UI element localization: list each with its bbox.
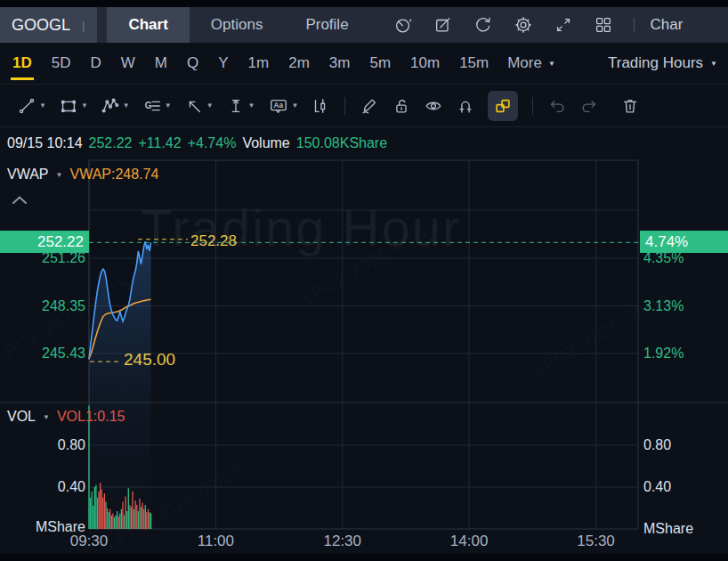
delete-button[interactable] [614,96,646,116]
timeframe-10m[interactable]: 10m [400,43,449,85]
nav-iconbar [393,15,613,35]
tool-gann[interactable]: G ▼ [136,96,178,116]
svg-text:Aa: Aa [273,102,283,110]
symbol-selector[interactable]: GOOGL | [0,7,97,43]
timeframe-5m[interactable]: 5m [360,43,400,85]
tab-options-label: Options [211,16,263,34]
timeframe-3m[interactable]: 3m [320,43,360,85]
volume-label: Volume [242,135,289,151]
volume-unit-label: MShare [643,520,693,538]
timeframe-5d[interactable]: 5D [42,43,81,85]
more-timeframes-button[interactable]: More ▼ [498,54,564,72]
chevron-down-icon[interactable]: ▼ [43,413,50,421]
trading-hours-label: Trading Hours [608,54,703,72]
timeframe-d[interactable]: D [80,43,110,85]
drawing-toolbar: ▼ ▼ ▼ G ▼ ▼ ▼ Aa ▼ [0,85,728,127]
indicator-name[interactable]: VWAP [7,167,49,183]
fullscreen-icon[interactable] [554,15,573,35]
timeframe-list: 1D5DDWMQY1m2m3m5m10m15m [3,43,498,84]
volume-axis-label: 0.80 [643,436,671,454]
quote-price: 252.22 [89,135,133,151]
time-axis-label: 15:30 [568,533,625,550]
chart-labels-layer: VWAP ▼ VWAP:248.74 252.22 4.74% 252.28 2… [0,159,728,554]
tool-link-charts[interactable] [488,91,518,121]
tool-measure[interactable]: ▼ [220,96,262,116]
chevron-down-icon: ▼ [710,60,717,68]
tool-arrow[interactable]: ▼ [178,96,220,116]
nav-divider [634,18,635,32]
timeframe-15m[interactable]: 15m [449,43,498,85]
chevron-down-icon: ▼ [81,102,88,110]
chevron-down-icon: ▼ [292,102,299,110]
refresh-icon[interactable] [473,15,493,35]
vwap-reading: VWAP:248.74 [69,167,158,183]
toolbar-divider [532,97,533,115]
time-axis-label: 09:30 [61,533,117,550]
edit-icon[interactable] [433,15,453,35]
quote-bar: 09/15 10:14 252.22 +11.42 +4.74% Volume … [0,127,728,159]
svg-text:G: G [145,101,152,110]
timeframe-1m[interactable]: 1m [239,43,279,85]
layout-grid-icon[interactable] [594,15,613,35]
timeframe-2m[interactable]: 2m [279,43,320,85]
tab-chart-label: Chart [128,16,167,34]
settings-icon[interactable] [514,15,533,35]
tool-patterns[interactable] [304,96,336,116]
symbol-label: GOOGL [12,16,70,35]
volume-axis-label: 0.40 [0,478,85,496]
chevron-down-icon: ▼ [123,102,130,110]
tab-chart[interactable]: Chart [107,7,189,43]
quote-datetime: 09/15 10:14 [7,135,83,151]
tool-shapes[interactable]: ▼ [53,96,94,116]
redo-button[interactable] [573,96,605,116]
percent-axis-label: 1.92% [643,345,684,362]
volume-axis-label: 0.80 [0,436,85,454]
tool-waves[interactable]: ▼ [94,96,136,116]
price-axis-label: 251.26 [0,249,85,267]
high-price-label: 252.28 [190,232,237,250]
percent-axis-label: 3.13% [643,297,684,315]
vol-reading: VOL1:0.15 [57,409,125,425]
more-label: More [507,54,542,72]
gauge-icon[interactable] [393,15,413,35]
collapse-pane-icon[interactable] [12,193,28,209]
timeframe-q[interactable]: Q [177,43,208,85]
volume-value: 150.08KShare [296,135,387,151]
timeframe-w[interactable]: W [111,43,145,85]
chevron-down-icon: ▼ [548,60,555,68]
quote-change-percent: +4.74% [188,135,237,151]
volume-axis-label: 0.40 [643,478,671,496]
tool-trend-line[interactable]: ▼ [11,96,53,116]
toolbar-divider [344,97,345,115]
tool-text-annotation[interactable]: Aa ▼ [262,96,305,116]
tool-unlock[interactable] [385,96,417,116]
navbar: GOOGL | Chart Options Profile Char [0,7,728,43]
timeframe-m[interactable]: M [145,43,177,85]
trading-hours-selector[interactable]: Trading Hours ▼ [608,54,717,72]
chevron-down-icon: ▼ [165,102,172,110]
percent-axis-label: 4.35% [643,249,684,267]
volume-pane-header: VOL ▼ VOL1:0.15 [7,409,125,425]
tab-options[interactable]: Options [190,7,285,43]
nav-truncated-item[interactable]: Char [651,16,684,34]
chevron-down-icon: ▼ [206,102,214,110]
top-strip [0,0,728,7]
timeframe-1d[interactable]: 1D [3,43,42,85]
chevron-down-icon: ▼ [39,102,46,110]
tool-visibility[interactable] [417,96,449,116]
undo-button[interactable] [541,96,573,116]
price-axis-label: 248.35 [0,297,85,315]
time-axis-label: 12:30 [314,533,371,550]
tool-magnet[interactable] [449,96,481,116]
chart-plot-area[interactable]: Trading Hour LPC2-2025-09/15 LPC2-2025-0… [0,159,728,554]
reference-price-label: 245.00 [124,350,175,370]
tool-draw[interactable] [353,96,385,116]
symbol-divider: | [82,19,85,32]
chevron-down-icon: ▼ [248,102,255,110]
bottom-strip [0,554,728,561]
indicator-name[interactable]: VOL [7,409,36,425]
timeframe-y[interactable]: Y [208,43,238,85]
chevron-down-icon[interactable]: ▼ [56,171,63,179]
quote-change: +11.42 [138,135,181,151]
tab-profile[interactable]: Profile [284,7,369,43]
